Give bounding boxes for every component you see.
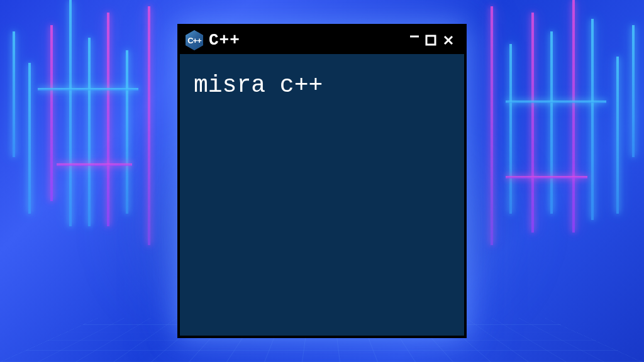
svg-rect-1	[426, 36, 435, 45]
window-title: C++	[209, 31, 402, 50]
window-controls	[408, 33, 459, 47]
terminal-window: C++ C++ misra c++	[177, 24, 467, 338]
close-icon	[443, 35, 454, 46]
body-text: misra c++	[194, 72, 450, 99]
close-button[interactable]	[443, 35, 457, 46]
minimize-button[interactable]	[408, 31, 421, 45]
logo-letters: C++	[187, 36, 201, 45]
cpp-logo-icon: C++	[185, 31, 204, 50]
maximize-button[interactable]	[425, 35, 439, 46]
maximize-icon	[425, 35, 436, 46]
window-body: misra c++	[180, 54, 464, 336]
minimize-icon	[409, 31, 420, 42]
titlebar[interactable]: C++ C++	[180, 26, 464, 54]
